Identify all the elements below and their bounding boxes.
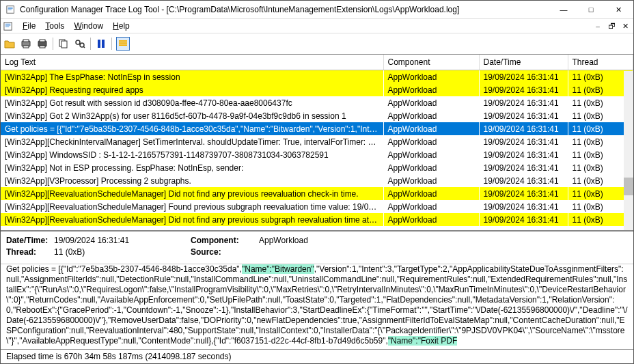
window-title: Configuration Manager Trace Log Tool - [… xyxy=(20,5,550,14)
menu-tools[interactable]: Tools xyxy=(40,21,69,31)
minimize-button[interactable]: — xyxy=(550,1,577,18)
svg-rect-6 xyxy=(5,25,11,25)
toolbar xyxy=(1,33,633,55)
log-row[interactable]: [Win32App][ReevaluationScheduleManager] … xyxy=(1,200,633,213)
detail-text[interactable]: Get policies = [{"Id":"7e5ba35b-2307-454… xyxy=(1,264,633,349)
svg-rect-20 xyxy=(98,40,100,48)
menu-file[interactable]: File xyxy=(18,21,40,31)
pause-button[interactable] xyxy=(95,38,107,50)
highlight-foxit: "Name":"Foxit PDF xyxy=(388,336,457,346)
svg-rect-12 xyxy=(40,40,45,42)
svg-rect-15 xyxy=(61,41,67,48)
app-window: Configuration Manager Trace Log Tool - [… xyxy=(0,0,634,364)
toolbar-separator xyxy=(90,38,91,50)
copy-button[interactable] xyxy=(57,38,70,50)
log-row[interactable]: [Win32App] WindowsSID : S-1-12-1-2165757… xyxy=(1,148,633,161)
detail-source-label: Source: xyxy=(191,247,259,257)
menubar: File Tools Window Help – 🗗 ✕ xyxy=(1,19,633,33)
doc-icon xyxy=(3,21,14,31)
col-datetime[interactable]: Date/Time xyxy=(479,55,568,70)
log-row[interactable]: Get policies = [{"Id":"7e5ba35b-2307-454… xyxy=(1,122,633,135)
col-log[interactable]: Log Text xyxy=(1,55,383,70)
printer-setup-button[interactable] xyxy=(20,38,32,50)
col-thread[interactable]: Thread xyxy=(568,55,633,70)
detail-component-label: Component: xyxy=(191,236,259,245)
menu-window[interactable]: Window xyxy=(69,21,108,31)
log-row[interactable]: [Win32App] Requesting required appsAppWo… xyxy=(1,83,633,96)
svg-rect-9 xyxy=(23,40,29,42)
mdi-minimize[interactable]: – xyxy=(592,21,603,31)
maximize-button[interactable]: □ xyxy=(577,1,605,18)
log-row[interactable]: [Win32App] Got 2 Win32App(s) for user 81… xyxy=(1,109,633,122)
log-row[interactable]: [Win32App][ReevaluationScheduleManager] … xyxy=(1,187,633,200)
svg-rect-10 xyxy=(23,46,29,48)
svg-line-19 xyxy=(83,46,85,48)
app-icon xyxy=(6,5,16,14)
toolbar-separator xyxy=(111,38,112,50)
svg-rect-24 xyxy=(119,44,127,46)
log-row[interactable]: [Win32App] Got result with session id d3… xyxy=(1,96,633,109)
detail-thread-label: Thread: xyxy=(6,247,54,257)
titlebar: Configuration Manager Trace Log Tool - [… xyxy=(1,1,633,19)
log-grid[interactable]: Log Text Component Date/Time Thread [Win… xyxy=(1,55,633,231)
detail-thread: 11 (0xB) xyxy=(54,247,191,257)
print-button[interactable] xyxy=(36,38,49,50)
detail-datetime: 19/09/2024 16:31:41 xyxy=(54,236,191,245)
mdi-close[interactable]: ✕ xyxy=(620,21,631,31)
scroll-thumb[interactable] xyxy=(624,178,633,195)
detail-pane: Date/Time: 19/09/2024 16:31:41 Component… xyxy=(1,231,633,264)
status-bar: Elapsed time is 670h 34m 58s 187ms (2414… xyxy=(1,349,633,363)
log-row[interactable]: [Win32App][V3Processor] Processing 2 sub… xyxy=(1,174,633,187)
log-row[interactable]: [Win32App][CheckinIntervalManager] SetTi… xyxy=(1,135,633,148)
svg-rect-5 xyxy=(5,23,11,24)
svg-rect-13 xyxy=(40,46,45,48)
svg-rect-3 xyxy=(8,10,12,10)
svg-rect-1 xyxy=(8,8,13,8)
mdi-restore[interactable]: 🗗 xyxy=(606,21,617,31)
col-component[interactable]: Component xyxy=(383,55,479,70)
svg-rect-7 xyxy=(5,26,10,27)
detail-component: AppWorkload xyxy=(259,236,396,245)
svg-rect-22 xyxy=(119,40,127,42)
detail-datetime-label: Date/Time: xyxy=(6,236,54,245)
close-button[interactable]: ✕ xyxy=(605,1,632,18)
toolbar-separator xyxy=(53,38,53,50)
highlight-bitwarden: "Name":"Bitwarden" xyxy=(242,264,314,274)
svg-rect-21 xyxy=(102,40,105,48)
details-button[interactable] xyxy=(116,37,130,51)
svg-rect-2 xyxy=(8,8,13,9)
log-row[interactable]: [Win32App] The EspPhase: NotInEsp in ses… xyxy=(1,70,633,84)
log-row[interactable]: [Win32App] Not in ESP processing. EspPha… xyxy=(1,161,633,174)
vertical-scrollbar[interactable] xyxy=(624,71,633,230)
find-button[interactable] xyxy=(74,38,86,50)
open-button[interactable] xyxy=(3,38,16,50)
detail-source xyxy=(259,247,396,257)
svg-rect-23 xyxy=(119,42,127,44)
log-row[interactable]: [Win32App][ReevaluationScheduleManager] … xyxy=(1,213,633,226)
menu-help[interactable]: Help xyxy=(108,21,135,31)
